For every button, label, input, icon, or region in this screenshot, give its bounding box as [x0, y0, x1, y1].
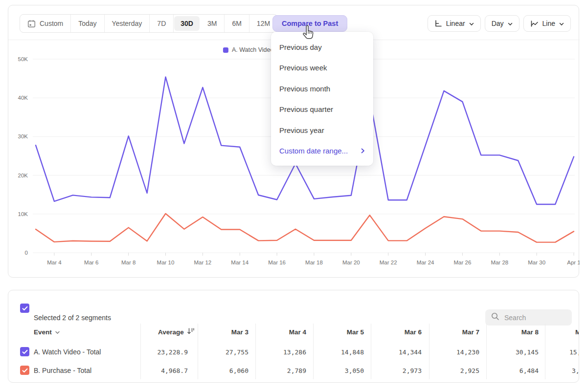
day-column-header[interactable]: Mar 6: [405, 328, 422, 336]
column-separator: [140, 324, 141, 379]
date-range-30d[interactable]: 30D: [174, 16, 200, 31]
table-cell: 6,484: [519, 367, 539, 374]
column-separator: [486, 324, 487, 379]
search-placeholder: Search: [504, 314, 526, 322]
x-axis-label: Mar 14: [231, 260, 248, 265]
calendar-icon: [27, 20, 36, 28]
average-column-header[interactable]: Average: [158, 328, 195, 336]
search-input[interactable]: Search: [485, 309, 572, 326]
y-axis-label: 40K: [18, 95, 28, 101]
menu-item-previous-week[interactable]: Previous week: [271, 58, 373, 79]
date-range-3m[interactable]: 3M: [200, 15, 225, 32]
x-axis-label: Mar 28: [491, 260, 508, 265]
day-column-header[interactable]: Mar 3: [231, 328, 248, 336]
date-range-yesterday[interactable]: Yesterday: [105, 15, 150, 32]
row-a-checkbox[interactable]: [20, 347, 29, 356]
series-a-swatch: [223, 47, 228, 53]
x-axis-label: Mar 4: [47, 260, 62, 265]
x-axis-label: Mar 20: [342, 260, 360, 265]
search-icon: [491, 312, 499, 323]
x-axis-label: Mar 18: [305, 260, 323, 265]
x-axis-label: Mar 26: [454, 260, 472, 265]
table-cell-cut: 3,: [572, 367, 579, 374]
selected-summary: Selected 2 of 2 segments: [34, 314, 111, 322]
x-axis-label: Mar 8: [121, 260, 135, 265]
chevron-down-icon: [469, 20, 474, 27]
column-separator: [255, 324, 256, 379]
chart-card: Custom Today Yesterday 7D 30D 3M 6M 12M …: [8, 5, 579, 278]
menu-item-previous-year[interactable]: Previous year: [271, 120, 373, 141]
segments-table-card: Selected 2 of 2 segments Search Event Av…: [8, 290, 579, 383]
compare-to-past-button[interactable]: Compare to Past: [272, 15, 347, 32]
table-cell: 3,050: [345, 367, 364, 374]
table-cell: 27,755: [226, 348, 248, 356]
select-all-checkbox[interactable]: [20, 304, 29, 313]
row-a-average: 23,228.9: [157, 348, 188, 356]
date-range-label: Custom: [40, 20, 63, 27]
table-cell: 13,286: [283, 348, 306, 356]
table-cell: 14,230: [456, 348, 479, 356]
scale-select[interactable]: Linear: [428, 15, 481, 32]
x-axis-label: Mar 30: [528, 260, 545, 265]
day-column-header[interactable]: Mar 8: [521, 328, 539, 336]
y-axis-label: 20K: [18, 173, 28, 178]
menu-item-previous-quarter[interactable]: Previous quarter: [271, 99, 373, 120]
table-cell: 30,145: [516, 348, 539, 356]
day-column-header[interactable]: Mar 4: [289, 328, 306, 336]
date-range-today[interactable]: Today: [71, 15, 104, 32]
table-cell: 2,789: [287, 367, 306, 374]
x-axis-label: Mar 24: [417, 260, 434, 265]
row-b-average: 4,968.7: [161, 367, 188, 374]
analytics-page: Custom Today Yesterday 7D 30D 3M 6M 12M …: [0, 0, 587, 392]
x-axis-label: Mar 22: [380, 260, 397, 265]
event-column-header[interactable]: Event: [34, 328, 60, 336]
row-b-checkbox[interactable]: [20, 366, 29, 375]
day-column-header-cut: M: [575, 328, 579, 336]
column-separator: [545, 324, 545, 379]
chart-toolbar: Custom Today Yesterday 7D 30D 3M 6M 12M …: [8, 14, 579, 33]
date-range-custom[interactable]: Custom: [20, 15, 71, 32]
series-line: [36, 214, 574, 242]
chevron-down-icon: [559, 20, 564, 27]
x-axis-label: Mar 12: [194, 260, 211, 265]
day-column-header[interactable]: Mar 5: [347, 328, 364, 336]
sort-descending-icon[interactable]: [187, 328, 195, 336]
menu-item-custom-date-range[interactable]: Custom date range...: [271, 141, 373, 162]
column-separator: [371, 324, 371, 379]
column-separator: [429, 324, 429, 379]
table-cell: 2,973: [403, 367, 422, 374]
table-cell: 6,060: [229, 367, 248, 374]
column-separator: [198, 324, 198, 379]
chevron-down-icon: [508, 20, 513, 27]
x-axis-label: Mar 10: [157, 260, 175, 265]
chevron-right-icon: [361, 147, 365, 155]
row-b-label: B. Purchase - Total: [34, 367, 91, 374]
menu-item-previous-day[interactable]: Previous day: [271, 37, 373, 58]
x-axis-label: Mar 16: [268, 260, 286, 265]
y-axis-label: 0: [25, 250, 28, 256]
table-cell-cut: 15,: [569, 348, 579, 356]
date-range-7d[interactable]: 7D: [150, 15, 174, 32]
date-range-6m[interactable]: 6M: [225, 15, 249, 32]
row-a-label: A. Watch Video - Total: [34, 348, 101, 356]
chevron-down-icon: [55, 328, 60, 336]
y-axis-label: 10K: [18, 211, 28, 217]
chart-type-select[interactable]: Line: [523, 15, 571, 32]
y-axis-label: 50K: [18, 56, 28, 62]
column-separator: [313, 324, 314, 379]
line-chart-icon: [530, 20, 539, 27]
table-cell: 14,848: [341, 348, 364, 356]
day-column-header[interactable]: Mar 7: [462, 328, 479, 336]
x-axis-label: Apr 1: [567, 260, 580, 265]
table-cell: 14,344: [399, 348, 422, 356]
y-axis-label: 30K: [18, 133, 28, 139]
x-axis-label: Mar 6: [84, 260, 98, 265]
table-cell: 2,925: [460, 367, 479, 374]
interval-select[interactable]: Day: [485, 15, 519, 32]
date-range-control: Custom Today Yesterday 7D 30D 3M 6M 12M: [20, 14, 278, 33]
linear-axis-icon: [434, 20, 442, 27]
menu-item-previous-month[interactable]: Previous month: [271, 78, 373, 99]
compare-menu: Previous day Previous week Previous mont…: [271, 32, 373, 166]
